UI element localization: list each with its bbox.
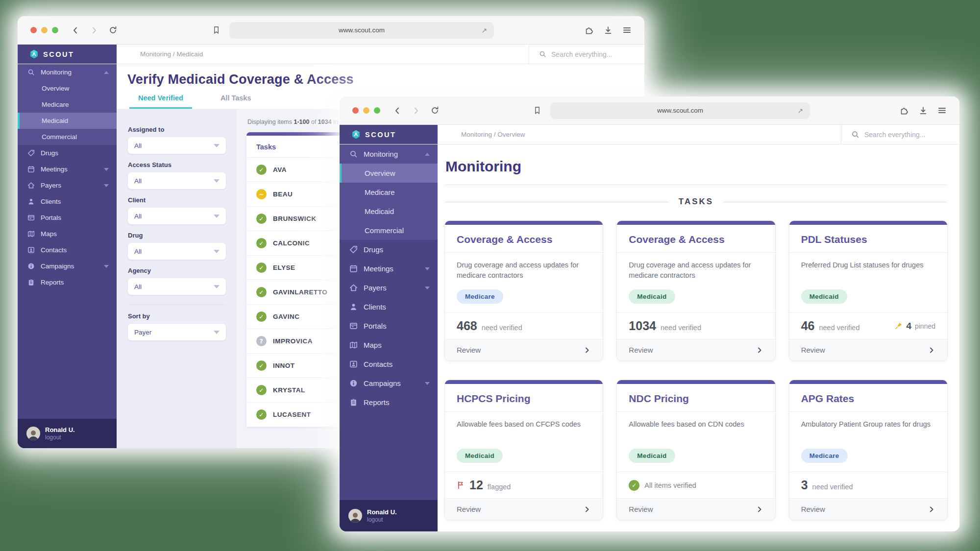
- filter-select[interactable]: All: [128, 208, 226, 224]
- app-header: SCOUT Monitoring / Medicaid Search every…: [18, 45, 644, 64]
- bookmark-icon[interactable]: [531, 104, 543, 117]
- sidebar-item[interactable]: Commercial: [340, 221, 438, 240]
- card-title: PDL Statuses: [789, 225, 947, 253]
- close-button[interactable]: [30, 27, 37, 33]
- sidebar-item[interactable]: Commercial: [18, 129, 117, 145]
- tab-need-verified[interactable]: Need Verified: [129, 94, 192, 109]
- external-link-icon[interactable]: ↗: [481, 26, 487, 34]
- sidebar-item[interactable]: Portals: [340, 316, 438, 335]
- bookmark-icon[interactable]: [210, 24, 222, 37]
- extensions-icon[interactable]: [900, 106, 909, 115]
- search-input[interactable]: Search everything...: [529, 45, 644, 64]
- minimize-button[interactable]: [363, 107, 369, 114]
- sidebar-item[interactable]: Overview: [340, 164, 438, 183]
- filter-select[interactable]: All: [128, 172, 226, 189]
- downloads-icon[interactable]: [919, 106, 928, 115]
- sidebar-item[interactable]: Meetings: [18, 161, 117, 177]
- pin-label: pinned: [915, 322, 935, 330]
- task-cards-grid: Coverage & Access Drug coverage and acce…: [444, 220, 948, 531]
- card-description: Drug coverage and access updates for med…: [629, 260, 763, 282]
- filter-select[interactable]: All: [128, 137, 226, 154]
- sidebar-item[interactable]: Reports: [18, 274, 117, 290]
- scout-logo-icon: [351, 130, 361, 139]
- filter-group: Agency All: [128, 267, 226, 295]
- stat-value: 1034: [629, 319, 656, 333]
- menu-icon[interactable]: [937, 106, 947, 115]
- back-button[interactable]: [69, 24, 82, 37]
- filter-select[interactable]: All: [128, 278, 226, 295]
- zoom-button[interactable]: [374, 107, 380, 114]
- minimize-button[interactable]: [41, 27, 48, 33]
- sidebar-item[interactable]: Maps: [340, 335, 438, 355]
- sidebar-item[interactable]: Maps: [18, 226, 117, 242]
- menu-icon[interactable]: [622, 25, 632, 35]
- sort-value: Payer: [134, 329, 151, 336]
- status-icon: ✓: [256, 385, 267, 395]
- sidebar-item[interactable]: Campaigns: [18, 258, 117, 274]
- task-card[interactable]: NDC Pricing Allowable fees based on CDN …: [616, 380, 775, 520]
- sidebar-item[interactable]: Monitoring: [340, 144, 438, 164]
- zoom-button[interactable]: [52, 27, 58, 33]
- logout-link[interactable]: logout: [45, 434, 75, 441]
- chevron-icon: [104, 168, 109, 171]
- sidebar-item[interactable]: Contacts: [18, 242, 117, 258]
- downloads-icon[interactable]: [604, 26, 612, 35]
- review-button[interactable]: Review: [617, 339, 775, 360]
- sidebar-item[interactable]: Contacts: [340, 355, 438, 374]
- review-button[interactable]: Review: [445, 498, 603, 520]
- forward-button[interactable]: [88, 24, 100, 37]
- sidebar-item-icon: [349, 398, 358, 407]
- address-bar[interactable]: www.scout.com ↗: [550, 102, 810, 119]
- app-logo[interactable]: SCOUT: [340, 125, 438, 144]
- extensions-icon[interactable]: [585, 25, 594, 35]
- sidebar-item[interactable]: Portals: [18, 210, 117, 226]
- card-stats-row: 46 need verified 4 pinned: [789, 312, 947, 339]
- sidebar-item[interactable]: Payers: [340, 278, 438, 297]
- flag-value: 12: [469, 478, 483, 492]
- sidebar-item-label: Portals: [41, 214, 61, 221]
- sidebar-item[interactable]: Clients: [18, 193, 117, 210]
- sidebar-item[interactable]: Monitoring: [18, 64, 117, 80]
- filter-select[interactable]: All: [128, 243, 226, 260]
- reload-button[interactable]: [106, 24, 119, 37]
- desktop-background: www.scout.com ↗ SCOUT Monitoring / Medic…: [0, 0, 980, 551]
- sort-select[interactable]: Payer: [128, 324, 226, 340]
- sidebar-item[interactable]: Medicare: [18, 96, 117, 113]
- logout-link[interactable]: logout: [367, 516, 397, 523]
- address-bar[interactable]: www.scout.com ↗: [229, 22, 494, 39]
- sidebar-item-label: Reports: [364, 398, 390, 407]
- status-icon: ✓: [256, 263, 267, 273]
- chrome-actions: [900, 106, 947, 115]
- sidebar-item[interactable]: Medicaid: [18, 113, 117, 129]
- sidebar-item[interactable]: Clients: [340, 297, 438, 316]
- task-name: ELYSE: [273, 264, 295, 271]
- review-button[interactable]: Review: [789, 498, 947, 520]
- sidebar-item[interactable]: Payers: [18, 177, 117, 193]
- sidebar-item[interactable]: Medicare: [340, 183, 438, 202]
- sidebar-item[interactable]: Medicaid: [340, 202, 438, 221]
- chevron-right-icon: [756, 505, 763, 513]
- review-button[interactable]: Review: [617, 498, 775, 520]
- task-card[interactable]: APG Rates Ambulatory Patient Group rates…: [789, 380, 948, 520]
- back-button[interactable]: [391, 104, 404, 117]
- sidebar-item[interactable]: Overview: [18, 80, 117, 96]
- task-card[interactable]: Coverage & Access Drug coverage and acce…: [444, 220, 603, 361]
- task-card[interactable]: HCPCS Pricing Allowable fees based on CF…: [444, 380, 603, 520]
- app-logo[interactable]: SCOUT: [18, 45, 117, 64]
- review-button[interactable]: Review: [789, 339, 947, 360]
- reload-button[interactable]: [428, 104, 441, 117]
- stat-count: 1034 need verified: [629, 319, 701, 333]
- tab-all-tasks[interactable]: All Tasks: [212, 94, 260, 109]
- forward-button[interactable]: [410, 104, 422, 117]
- task-card[interactable]: PDL Statuses Preferred Drug List statuse…: [789, 220, 948, 361]
- search-input[interactable]: Search everything...: [841, 125, 959, 144]
- sidebar-item[interactable]: Drugs: [340, 240, 438, 259]
- sidebar-item[interactable]: Meetings: [340, 259, 438, 278]
- sidebar-item[interactable]: Drugs: [18, 145, 117, 161]
- task-card[interactable]: Coverage & Access Drug coverage and acce…: [616, 220, 775, 361]
- sidebar-item[interactable]: Campaigns: [340, 374, 438, 393]
- close-button[interactable]: [352, 107, 359, 114]
- external-link-icon[interactable]: ↗: [797, 107, 803, 115]
- review-button[interactable]: Review: [445, 339, 603, 360]
- sidebar-item[interactable]: Reports: [340, 393, 438, 412]
